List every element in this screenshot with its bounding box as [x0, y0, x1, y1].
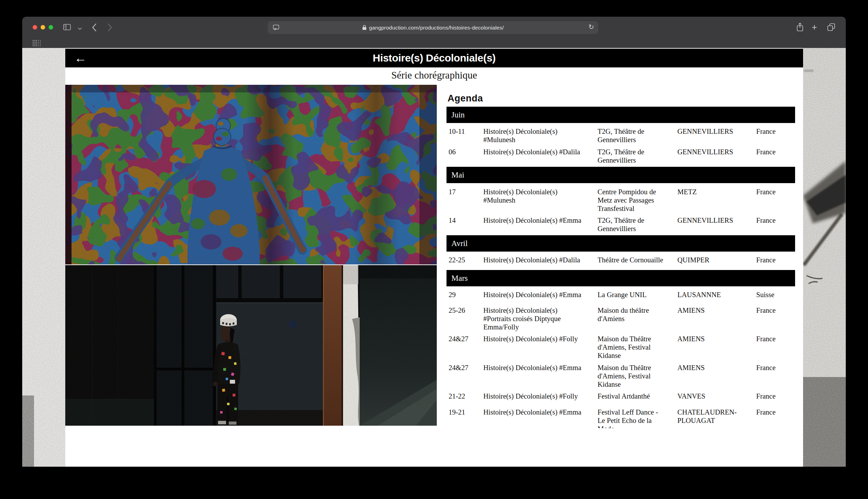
agenda-date-cell: 06 [449, 148, 482, 156]
zoom-window-button[interactable] [49, 25, 53, 30]
agenda-venue-cell: T2G, Théâtre de Gennevilliers [598, 127, 676, 144]
agenda-venue-cell: Festival Artdanthé [598, 392, 676, 400]
agenda-venue-cell: Maison du théâtre d'Amiens [598, 306, 676, 323]
url-text: gangproduction.com/productions/histoires… [268, 21, 598, 34]
tab-overview-icon[interactable] [827, 23, 835, 33]
agenda-heading: Agenda [448, 93, 483, 104]
agenda-title-cell: Histoire(s) Décoloniale(s) #Emma [483, 216, 598, 224]
close-window-button[interactable] [33, 25, 37, 30]
agenda-country-cell: Suisse [756, 291, 794, 299]
agenda-venue-cell: T2G, Théâtre de Gennevilliers [598, 216, 676, 233]
agenda-city-cell: GENNEVILLIERS [677, 148, 755, 156]
production-photo-hallway [65, 265, 437, 426]
agenda-title-cell: Histoire(s) Décoloniale(s) #Dalila [483, 148, 598, 156]
agenda-city-cell: CHATELAUDREN- PLOUAGAT [677, 408, 755, 425]
agenda-country-cell: France [756, 363, 794, 372]
agenda-month-label: Mars [451, 274, 468, 283]
agenda-section: Agenda Juin10-11Histoire(s) Décoloniale(… [446, 90, 795, 428]
agenda-month-header: Mars [446, 270, 795, 286]
agenda-venue-cell: T2G, Théâtre de Gennevilliers [598, 148, 676, 164]
production-photo-camouflage [65, 85, 437, 264]
agenda-title-cell: Histoire(s) Décoloniale(s) #Emma [483, 408, 598, 416]
agenda-date-cell: 22-25 [449, 256, 482, 264]
agenda-month-label: Juin [451, 111, 465, 119]
page-bottom-band [22, 467, 846, 482]
agenda-month-header: Juin [446, 107, 795, 123]
webpage-viewport: ← Histoire(s) Décoloniale(s) Série choré… [22, 48, 846, 482]
chevron-down-icon[interactable] [78, 25, 82, 32]
address-bar[interactable]: gangproduction.com/productions/histoires… [268, 21, 598, 34]
agenda-city-cell: QUIMPER [677, 256, 755, 264]
favorites-bar [22, 38, 846, 48]
agenda-date-cell: 10-11 [449, 127, 482, 136]
forward-button[interactable] [108, 23, 112, 33]
agenda-venue-cell: La Grange UNIL [598, 291, 676, 299]
agenda-country-cell: France [756, 392, 794, 400]
agenda-city-cell: METZ [677, 188, 755, 196]
agenda-title-cell: Histoire(s) Décoloniale(s) #Folly [483, 335, 598, 343]
minimize-window-button[interactable] [41, 25, 45, 30]
agenda-title-cell: Histoire(s) Décoloniale(s) #Emma [483, 291, 598, 299]
agenda-date-cell: 24&27 [449, 363, 482, 372]
agenda-venue-cell: Festival Leff Dance - Le Petit Echo de l… [598, 408, 676, 428]
agenda-month-label: Mai [451, 171, 464, 179]
content-column: ← Histoire(s) Décoloniale(s) Série choré… [65, 48, 803, 467]
agenda-title-cell: Histoire(s) Décoloniale(s) #Mulunesh [483, 188, 598, 204]
share-icon[interactable] [796, 23, 803, 33]
agenda-month-label: Avril [451, 239, 468, 248]
agenda-country-cell: France [756, 216, 794, 224]
agenda-city-cell: AMIENS [677, 335, 755, 343]
agenda-country-cell: France [756, 256, 794, 264]
agenda-venue-cell: Maison du Théâtre d'Amiens, Festival Kid… [598, 363, 676, 388]
agenda-date-cell: 14 [449, 216, 482, 224]
agenda-city-cell: AMIENS [677, 306, 755, 314]
agenda-country-cell: France [756, 306, 794, 314]
agenda-city-cell: VANVES [677, 392, 755, 400]
sidebar-toggle-icon[interactable] [63, 24, 71, 32]
agenda-country-cell: France [756, 148, 794, 156]
agenda-title-cell: Histoire(s) Décoloniale(s) #Mulunesh [483, 127, 598, 144]
production-subtitle: Série chorégraphique [65, 69, 803, 81]
agenda-country-cell: France [756, 408, 794, 416]
tab-group-grid-icon[interactable] [33, 40, 42, 47]
production-header-bar: ← Histoire(s) Décoloniale(s) [65, 49, 803, 67]
agenda-country-cell: France [756, 188, 794, 196]
agenda-venue-cell: Théâtre de Cornouaille [598, 256, 676, 264]
agenda-venue-cell: Centre Pompidou de Metz avec Passages Tr… [598, 188, 676, 213]
agenda-country-cell: France [756, 127, 794, 136]
agenda-city-cell: LAUSANNNE [677, 291, 755, 299]
agenda-date-cell: 25-26 [449, 306, 482, 314]
agenda-date-cell: 24&27 [449, 335, 482, 343]
new-tab-icon[interactable]: + [812, 23, 817, 31]
agenda-month-header: Mai [446, 167, 795, 183]
browser-window: gangproduction.com/productions/histoires… [22, 17, 846, 482]
agenda-title-cell: Histoire(s) Décoloniale(s) #Dalila [483, 256, 598, 264]
left-margin-texture [22, 48, 65, 467]
agenda-city-cell: GENNEVILLIERS [677, 216, 755, 224]
desktop: gangproduction.com/productions/histoires… [0, 0, 868, 499]
agenda-title-cell: Histoire(s) Décoloniale(s) #Folly [483, 392, 598, 400]
reload-icon[interactable]: ↻ [589, 23, 594, 31]
agenda-title-cell: Histoire(s) Décoloniale(s) #Emma [483, 363, 598, 372]
agenda-month-header: Avril [446, 235, 795, 252]
back-button[interactable] [92, 23, 97, 33]
agenda-title-cell: Histoire(s) Décoloniale(s) #Portraits cr… [483, 306, 598, 331]
agenda-date-cell: 21-22 [449, 392, 482, 400]
agenda-city-cell: AMIENS [677, 363, 755, 372]
agenda-city-cell: GENNEVILLIERS [677, 127, 755, 136]
agenda-date-cell: 19-21 [449, 408, 482, 416]
agenda-date-cell: 29 [449, 291, 482, 299]
agenda-venue-cell: Maison du Théâtre d'Amiens, Festival Kid… [598, 335, 676, 360]
agenda-country-cell: France [756, 335, 794, 343]
right-margin-texture [803, 48, 846, 467]
production-title: Histoire(s) Décoloniale(s) [65, 49, 803, 67]
agenda-date-cell: 17 [449, 188, 482, 196]
